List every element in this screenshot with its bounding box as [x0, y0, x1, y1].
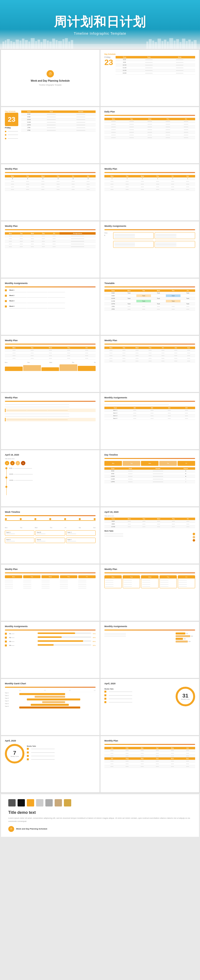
slide-april-31: April, 2020 Weekly Table ———————————————… [101, 679, 199, 735]
swatch-light-gray [36, 799, 43, 807]
footer: Title demo text Lorem ipsum dolor sit am… [1, 794, 199, 837]
svg-rect-41 [194, 40, 197, 49]
slide10-title: Timetable [104, 282, 195, 285]
svg-rect-32 [167, 41, 169, 49]
svg-rect-20 [58, 41, 62, 49]
slide6-title: Weekly Plan [104, 168, 195, 170]
svg-rect-14 [41, 42, 43, 49]
footer-logo-icon: ⏱ [8, 826, 14, 832]
svg-rect-37 [182, 38, 185, 49]
slide1-title: Week and Day Planning Schedule [31, 80, 70, 82]
swatch-medium-gray [46, 799, 53, 807]
svg-rect-39 [188, 40, 191, 49]
svg-rect-35 [176, 39, 179, 49]
svg-rect-2 [5, 40, 6, 49]
clock-icon: ⏱ [47, 70, 54, 78]
slide-weekly-plan-6: Weekly Plan MonTueWedThuFriSat ● ● ● ● ●… [101, 164, 199, 220]
sq-bullet [5, 290, 7, 291]
slide20-title: Weekly Plan [104, 568, 195, 570]
slide12-title: Weekly Plan [104, 339, 195, 342]
svg-rect-1 [2, 41, 5, 49]
color-swatches [8, 799, 192, 807]
slide-monthly-plan: Monthly Plan JanFebMarAprMayJun ————————… [101, 736, 199, 792]
svg-rect-3 [7, 39, 10, 49]
monthly-circle: 31 Monthly Circle [176, 687, 195, 706]
slide2-sub: Day Schedule [104, 53, 195, 55]
slide-weekly-plan-7: Weekly Plan MonTueWedThuFriAssignments —… [1, 221, 99, 278]
svg-rect-36 [180, 42, 181, 49]
slide9-title: Monthly Assignments [5, 282, 96, 285]
slide19-title: Weekly Plan [5, 568, 96, 570]
svg-rect-13 [38, 40, 40, 49]
svg-rect-29 [157, 38, 161, 49]
svg-rect-6 [16, 40, 19, 49]
slide-april-18: April 19, 2020 Title demo text TimeMonTu… [101, 508, 199, 563]
slide-week-day-planning: ⏱ Week and Day Planning Schedule Timelin… [1, 50, 99, 106]
swatch-black [17, 799, 25, 807]
slide11-title: Weekly Plan [5, 339, 96, 342]
svg-rect-31 [164, 40, 166, 49]
slide-weekly-assignments: Weekly Assignments Week 1 ——————————————… [101, 221, 199, 278]
slide-timetable: Timetable TimeMonTueWedThuFri 8AMTaskTas… [101, 278, 199, 335]
footer-body: Lorem ipsum dolor sit amet, consectetur … [8, 817, 192, 823]
slide-daily-plan: Daily Plan MonTueWedThuFri —————————————… [101, 107, 199, 163]
svg-rect-4 [10, 41, 12, 49]
slide-calendar: Day Schedule 23 Friday ——————— ——————— —… [1, 107, 99, 163]
slide1-subtitle: Timeline Infographic Template [39, 84, 62, 86]
slides-grid: ⏱ Week and Day Planning Schedule Timelin… [0, 49, 200, 793]
slide14-title: Monthly Assignments [104, 396, 195, 399]
svg-rect-8 [22, 38, 24, 49]
svg-rect-15 [43, 39, 46, 49]
cal-block: 23 [5, 113, 18, 126]
slide15-sub: Title demo text [5, 458, 96, 460]
header-title: 周计划和日计划 [54, 13, 146, 30]
footer-logo: ⏱ Week and Day Planning Schedule [8, 826, 192, 832]
slide16-title: Day Timeline [104, 453, 195, 456]
svg-rect-16 [47, 41, 49, 49]
svg-rect-34 [174, 41, 176, 49]
svg-rect-26 [149, 39, 152, 49]
svg-rect-30 [161, 41, 164, 49]
svg-rect-17 [49, 41, 52, 49]
slide-weekly-plan-20: Weekly Plan Mon ————————————————————————… [101, 565, 199, 621]
slide18-title: April 19, 2020 [104, 511, 195, 513]
header-subtitle: Timeline Infographic Template [74, 32, 126, 35]
slide7-title: Weekly Plan [5, 225, 96, 227]
slide2-num: 23 [104, 59, 113, 66]
slide15-title: April 19, 2020 [5, 453, 96, 456]
slide-weekly-plan-13: Weekly Plan ————————————————————————————… [1, 393, 99, 449]
svg-rect-40 [191, 41, 193, 49]
slide22-title: Monthly Assignments [104, 625, 195, 628]
slide26-title: Monthly Plan [104, 740, 195, 742]
slide17-title: Week Timeline [5, 511, 96, 513]
slide-monthly-assign-21: Monthly Assignments P1 —— 70% P2 —— 45% [1, 622, 99, 678]
slide-day-tl-15: April 19, 2020 Title demo text A B C D 8… [1, 450, 99, 506]
slide5-title: Weekly Plan [5, 168, 96, 170]
swatch-orange [27, 799, 34, 807]
svg-rect-38 [186, 41, 188, 49]
slide23-title: Monthly Gantt Chart [5, 682, 96, 685]
slide-monthly-assign-9: Monthly Assignments Week 1 —————————————… [1, 278, 99, 335]
accent-bar [104, 115, 195, 116]
svg-rect-23 [68, 41, 70, 49]
assign-box: ————————————————————————————————————————… [113, 232, 154, 239]
header: 周计划和日计划 Timeline Infographic Template [0, 0, 200, 49]
slide-weekly-plan-5: Weekly Plan MonTueWedThuFriSat ●●●●●● ——… [1, 164, 99, 220]
svg-rect-9 [25, 40, 28, 49]
svg-rect-28 [154, 42, 157, 49]
swatch-dark-gray [8, 799, 16, 807]
svg-rect-10 [28, 41, 30, 49]
svg-rect-24 [71, 40, 73, 49]
slide-monthly-assign-14: Monthly Assignments ————————————————————… [101, 393, 199, 449]
svg-rect-19 [56, 40, 58, 49]
svg-rect-11 [31, 38, 35, 49]
swatch-gold [64, 799, 71, 807]
slide21-title: Monthly Assignments [5, 625, 96, 628]
slide3-day: Friday [5, 127, 18, 129]
weekly-circle: 7 Weekly Circle [5, 744, 24, 764]
svg-rect-33 [169, 38, 173, 49]
svg-rect-5 [13, 42, 15, 49]
avatar: A [5, 461, 9, 465]
svg-rect-22 [65, 38, 68, 49]
slide3-sub: Day Schedule [5, 110, 18, 112]
